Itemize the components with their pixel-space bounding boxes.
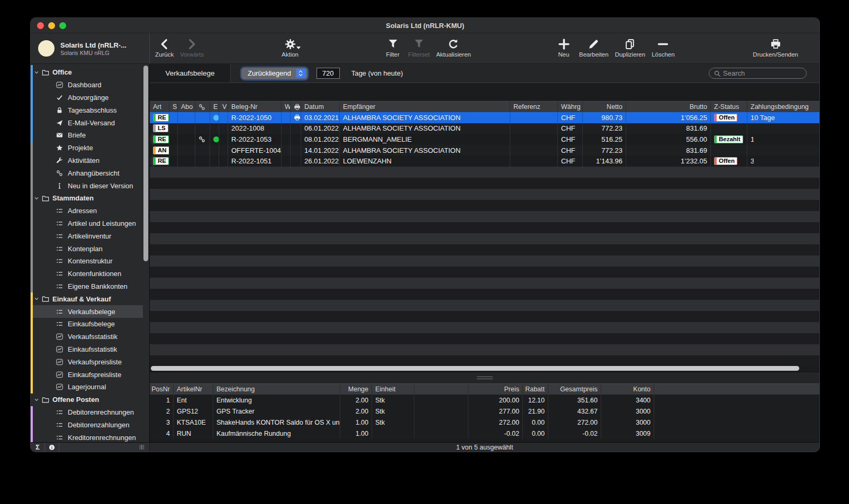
column-header-beleg[interactable]: Beleg-Nr [228, 102, 282, 112]
refresh-button[interactable]: Aktualisieren [436, 36, 471, 58]
search-input[interactable] [723, 69, 801, 77]
new-button[interactable]: Neu [555, 36, 573, 58]
table-row[interactable]: RER-2022-105003.02.2021ALHAMBRA SOCIETY … [150, 112, 819, 123]
column-header-pos[interactable]: PosNr [150, 384, 174, 395]
table-row[interactable]: RER-2022-105126.01.2022LOEWENZAHNCHF1’14… [150, 155, 157, 167]
account-header[interactable]: Solaris Ltd (nRLR-... Solaris KMU nRLG [31, 33, 150, 63]
chevron-down-icon[interactable] [34, 70, 39, 75]
documents-table-body: RER-2022-105003.02.2021ALHAMBRA SOCIETY … [150, 112, 819, 167]
table-row[interactable]: ANOFFERTE-100414.01.2022ALHAMBRA SOCIETY… [150, 145, 819, 156]
position-row[interactable]: 2GPS12GPS Tracker2.00Stk277.0021.90432.6… [150, 406, 819, 417]
sidebar-item-aktivitäten[interactable]: Aktivitäten [33, 154, 143, 167]
position-row[interactable]: 3KTSA10EShakeHands KONTOR Saldo für OS X… [150, 417, 819, 428]
sidebar-section-einkauf-verkauf[interactable]: Einkauf & Verkauf [33, 292, 143, 305]
sidebar-item-anhangübersicht[interactable]: Anhangübersicht [33, 167, 143, 179]
sidebar-item-kreditorenrechnungen[interactable]: Kreditorenrechnungen [33, 431, 143, 442]
sidebar-item-verkaufsstatistik[interactable]: Verkaufsstatistik [33, 331, 143, 343]
sidebar-item-eigene-bankkonten[interactable]: Eigene Bankkonten [33, 280, 143, 293]
print-send-button[interactable]: Drucken/Senden [753, 36, 798, 58]
table-row[interactable]: RER-2022-105308.01.2022BERGMANN_AMELIECH… [150, 134, 157, 145]
column-header-gesamt[interactable]: Gesamtpreis [548, 384, 601, 395]
back-button[interactable]: Zurück [155, 36, 174, 58]
column-header-zahlung[interactable]: Zahlungsbedingung [747, 102, 819, 112]
sidebar-scrollbar[interactable] [143, 66, 148, 261]
column-header-artikel[interactable]: ArtikelNr [174, 384, 213, 395]
column-header-e[interactable]: E [210, 102, 219, 112]
column-header-brutto[interactable]: Brutto [626, 102, 711, 112]
close-button[interactable] [37, 22, 44, 29]
sidebar-item-adressen[interactable]: Adressen [33, 205, 143, 217]
chevron-down-icon[interactable] [34, 296, 39, 301]
sidebar-item-debitorenrechnungen[interactable]: Debitorenrechnungen [33, 406, 143, 419]
edit-button[interactable]: Bearbeiten [579, 36, 609, 58]
position-row[interactable]: 1EntEntwicklung2.00Stk200.0012.10351.603… [150, 395, 819, 406]
horizontal-scrollbar-thumb[interactable] [151, 366, 799, 371]
sidebar-item-neu-in-dieser-version[interactable]: Neu in dieser Version [33, 179, 143, 192]
column-header-rabatt[interactable]: Rabatt [523, 384, 548, 395]
range-dropdown[interactable]: Zurückliegend [241, 68, 308, 79]
sidebar-item-artikel-und-leistungen[interactable]: Artikel und Leistungen [33, 217, 143, 230]
column-header-print[interactable] [291, 102, 301, 112]
position-row[interactable]: 4RUNKaufmännische Rundung1.00-0.020.00-0… [150, 428, 819, 439]
sidebar-item-e-mail-versand[interactable]: E-Mail-Versand [33, 116, 143, 129]
column-header-datum[interactable]: Datum [301, 102, 340, 112]
sidebar-item-kontenplan[interactable]: Kontenplan [33, 242, 143, 255]
filter-button[interactable]: Filter [384, 36, 402, 58]
sidebar-item-artikelinventur[interactable]: Artikelinventur [33, 230, 143, 242]
column-header-link[interactable] [195, 102, 210, 112]
column-header-empf[interactable]: Empfänger [340, 102, 510, 112]
sidebar-item-projekte[interactable]: Projekte [33, 142, 143, 154]
column-header-zstatus[interactable]: Z-Status [711, 102, 747, 112]
cell-text: BERGMANN_AMELIE [343, 135, 412, 143]
days-input[interactable] [317, 68, 340, 79]
sidebar-item-einkaufspreisliste[interactable]: Einkaufspreisliste [33, 368, 143, 381]
sidebar-item-verkaufspreisliste[interactable]: Verkaufspreisliste [33, 355, 143, 368]
sidebar-item-abovorgänge[interactable]: Abovorgänge [33, 91, 143, 104]
column-header-bez[interactable]: Bezeichnung [213, 384, 340, 395]
column-header-preis[interactable]: Preis [468, 384, 523, 395]
column-header-w[interactable]: W [282, 102, 291, 112]
resize-grip-icon[interactable] [140, 445, 144, 450]
duplicate-button[interactable]: Duplizieren [615, 36, 646, 58]
sidebar-item-einkaufsstatistik[interactable]: Einkaufsstatistik [33, 343, 143, 356]
sidebar-item-einkaufsbelege[interactable]: Einkaufsbelege [33, 318, 143, 331]
column-header-art[interactable]: Art [150, 102, 169, 112]
column-header-netto[interactable]: Netto [583, 102, 626, 112]
column-header-s[interactable]: S [169, 102, 178, 112]
column-header-konto[interactable]: Konto [601, 384, 654, 395]
sidebar-item-kontenstruktur[interactable]: Kontenstruktur [33, 255, 143, 268]
column-header-referenz[interactable]: Referenz [510, 102, 558, 112]
sidebar-section-office[interactable]: Office [33, 66, 143, 79]
zoom-button[interactable] [59, 22, 66, 29]
delete-button[interactable]: Löschen [652, 36, 674, 58]
forward-button[interactable]: Vorwärts [180, 36, 204, 58]
chevron-down-icon[interactable] [34, 397, 39, 402]
sidebar-item-briefe[interactable]: Briefe [33, 129, 143, 142]
minimize-button[interactable] [48, 22, 55, 29]
column-header-waehrg[interactable]: Währg [558, 102, 583, 112]
sidebar-section-offene-posten[interactable]: Offene Posten [33, 393, 143, 406]
sidebar-item-dashboard[interactable]: Dashboard [33, 79, 143, 91]
sidebar-item-tagesabschluss[interactable]: Tagesabschluss [33, 104, 143, 116]
sum-button[interactable]: Σ [31, 443, 45, 452]
column-header-sp1[interactable] [414, 384, 468, 395]
search-field[interactable] [709, 68, 807, 79]
column-header-abo[interactable]: Abo [178, 102, 195, 112]
sidebar-item-verkaufsbelege[interactable]: Verkaufsbelege [33, 305, 143, 318]
table-row[interactable]: LS2022-100806.01.2022ALHAMBRA SOCIETY AS… [150, 123, 819, 134]
splitter-handle[interactable] [477, 377, 493, 380]
sidebar-item-debitorenzahlungen[interactable]: Debitorenzahlungen [33, 418, 143, 431]
info-circle-icon [49, 444, 55, 451]
column-header-sp2[interactable] [654, 384, 819, 395]
info-button[interactable] [45, 443, 59, 452]
filterset-button[interactable]: Filterset [408, 36, 430, 58]
column-header-v[interactable]: V [219, 102, 228, 112]
chevron-down-icon[interactable] [34, 196, 39, 201]
cell-text: CHF [561, 135, 575, 143]
sidebar-item-lagerjournal[interactable]: Lagerjournal [33, 381, 143, 393]
sidebar-section-stammdaten[interactable]: Stammdaten [33, 192, 143, 205]
action-button[interactable]: Aktion [281, 36, 299, 58]
column-header-einheit[interactable]: Einheit [372, 384, 414, 395]
column-header-menge[interactable]: Menge [340, 384, 372, 395]
sidebar-item-kontenfunktionen[interactable]: Kontenfunktionen [33, 268, 143, 280]
